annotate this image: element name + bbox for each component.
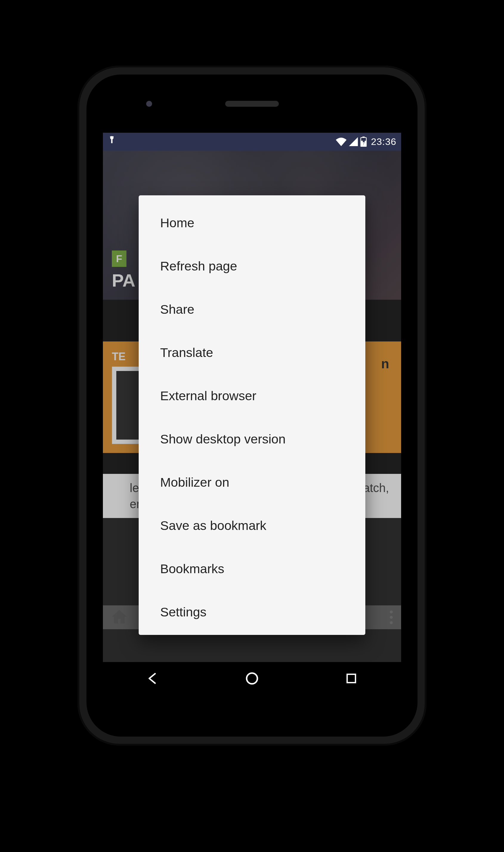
phone-bezel: 23:36 F PA TE — [87, 75, 417, 737]
menu-item-bookmarks[interactable]: Bookmarks — [139, 547, 365, 591]
menu-item-home[interactable]: Home — [139, 201, 365, 244]
menu-item-translate[interactable]: Translate — [139, 331, 365, 374]
battery-charging-icon — [360, 137, 367, 147]
phone-frame: 23:36 F PA TE — [77, 66, 427, 745]
nav-back-button[interactable] — [144, 670, 162, 687]
nav-recent-button[interactable] — [342, 670, 360, 687]
hero-title: PA — [112, 270, 136, 291]
menu-item-refresh[interactable]: Refresh page — [139, 244, 365, 288]
menu-item-desktop-version[interactable]: Show desktop version — [139, 417, 365, 461]
status-clock: 23:36 — [371, 136, 396, 147]
screen: 23:36 F PA TE — [103, 133, 401, 695]
phone-speaker — [225, 101, 279, 107]
menu-item-settings[interactable]: Settings — [139, 591, 365, 634]
menu-item-share[interactable]: Share — [139, 288, 365, 331]
android-debug-icon — [108, 136, 116, 148]
home-icon[interactable] — [111, 609, 127, 626]
overflow-menu-icon[interactable] — [390, 611, 393, 624]
category-badge: F — [112, 251, 126, 267]
nav-home-button[interactable] — [243, 670, 261, 687]
cellular-icon — [349, 137, 358, 146]
svg-rect-8 — [347, 674, 356, 683]
android-nav-bar — [103, 662, 401, 695]
menu-item-save-bookmark[interactable]: Save as bookmark — [139, 504, 365, 547]
status-bar: 23:36 — [103, 133, 401, 150]
menu-item-external-browser[interactable]: External browser — [139, 374, 365, 417]
svg-point-7 — [247, 673, 257, 684]
phone-camera — [146, 101, 152, 107]
svg-rect-5 — [362, 137, 365, 138]
svg-rect-1 — [111, 139, 113, 143]
wifi-icon — [336, 137, 346, 146]
menu-item-mobilizer[interactable]: Mobilizer on — [139, 461, 365, 504]
options-menu: Home Refresh page Share Translate Extern… — [139, 195, 365, 635]
